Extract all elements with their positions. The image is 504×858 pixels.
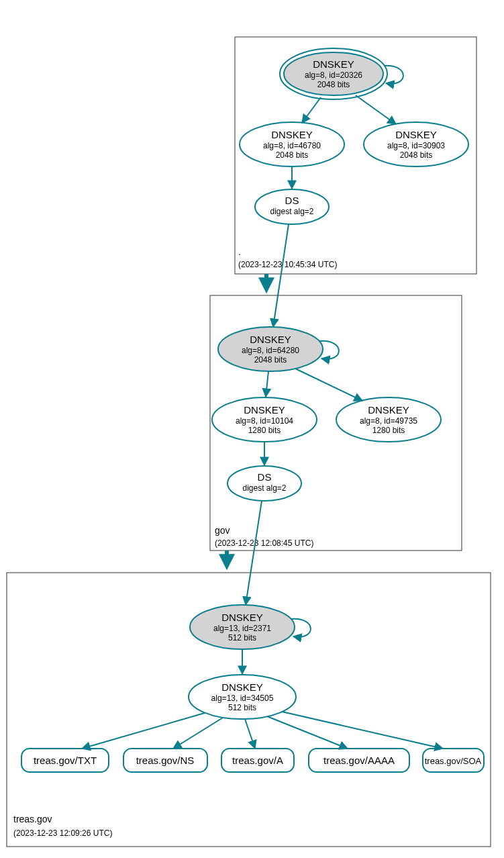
node-gov-ksk-title: DNSKEY [250,334,291,345]
node-root-zsk2-line3: 2048 bits [400,150,433,160]
edge-root-ksk-zsk2 [356,95,396,124]
node-rr-txt-label: treas.gov/TXT [34,755,97,766]
node-root-ksk-line3: 2048 bits [317,80,350,89]
node-rr-soa-label: treas.gov/SOA [425,756,482,766]
zone-timestamp-root: (2023-12-23 10:45:34 UTC) [238,260,337,269]
node-treas-zsk-line2: alg=13, id=34505 [211,694,274,703]
node-rr-ns-label: treas.gov/NS [136,755,195,766]
node-gov-zsk1-title: DNSKEY [244,404,285,416]
node-rr-aaaa-label: treas.gov/AAAA [323,755,395,766]
edge-root-ds-gov-ksk [273,224,289,327]
node-gov-zsk2-line2: alg=8, id=49735 [360,416,417,426]
node-gov-ksk-line3: 2048 bits [254,355,287,365]
edge-treas-zsk-aaaa [267,716,348,749]
edge-gov-ksk-zsk1 [266,371,268,397]
edge-gov-ds-treas-ksk [246,501,262,605]
node-gov-zsk1-line2: alg=8, id=10104 [236,416,293,426]
node-treas-ksk-line3: 512 bits [228,633,256,642]
node-treas-zsk-line3: 512 bits [228,703,256,712]
zone-label-gov: gov [215,525,230,536]
node-root-ksk-line2: alg=8, id=20326 [305,70,362,80]
node-gov-zsk1-line3: 1280 bits [248,426,281,435]
node-treas-zsk-title: DNSKEY [221,681,263,693]
zone-timestamp-treas: (2023-12-23 12:09:26 UTC) [13,828,112,838]
node-root-ds-title: DS [285,195,299,206]
node-gov-ds-line2: digest alg=2 [242,483,286,493]
node-gov-ds-title: DS [258,471,272,483]
node-treas-ksk-line2: alg=13, id=2371 [213,624,271,633]
edge-treas-zsk-ns [173,718,223,749]
edge-root-ksk-zsk1 [302,97,321,123]
edge-treas-zsk-a [245,719,255,749]
edge-treas-zsk-soa [282,712,443,749]
node-gov-ksk-line2: alg=8, id=64280 [242,346,299,355]
node-gov-zsk2-title: DNSKEY [368,404,409,416]
node-root-zsk1-line3: 2048 bits [276,150,309,160]
dnssec-diagram: . (2023-12-23 10:45:34 UTC) DNSKEY alg=8… [0,0,504,858]
node-root-ksk-title: DNSKEY [313,58,354,70]
node-root-zsk1-line2: alg=8, id=46780 [263,141,321,150]
node-root-zsk2-line2: alg=8, id=30903 [387,141,445,150]
edge-treas-zsk-txt [82,713,205,749]
edge-gov-ksk-zsk2 [295,369,362,401]
node-gov-zsk2-line3: 1280 bits [372,426,405,435]
zone-label-treas: treas.gov [13,814,52,824]
node-root-ds-line2: digest alg=2 [270,207,313,216]
node-rr-a-label: treas.gov/A [232,755,283,766]
zone-label-root: . [238,246,241,257]
node-root-zsk2-title: DNSKEY [395,129,437,140]
node-treas-ksk-title: DNSKEY [221,612,263,623]
zone-timestamp-gov: (2023-12-23 12:08:45 UTC) [215,538,313,548]
node-root-zsk1-title: DNSKEY [271,129,313,140]
